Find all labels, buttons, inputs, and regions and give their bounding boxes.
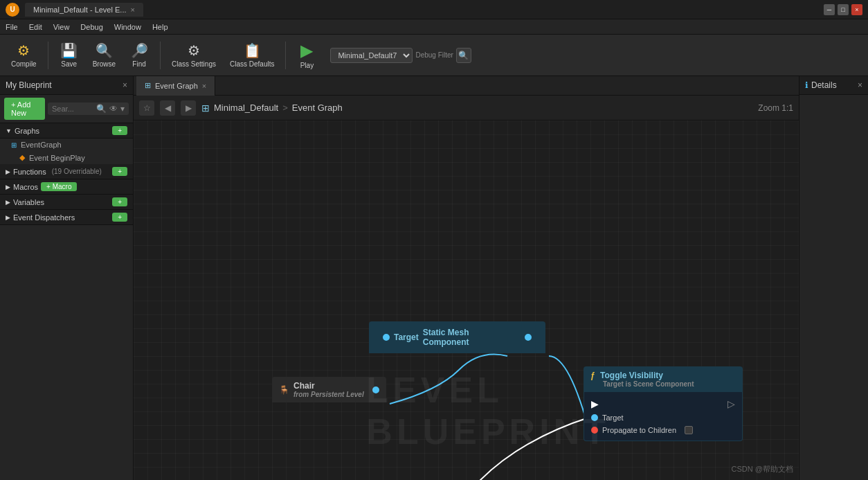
begin-play-icon: ◆ [19,153,25,162]
add-macro-button[interactable]: + Macro [41,182,77,191]
save-icon: 💾 [60,42,78,59]
variables-label: Variables [13,198,44,206]
add-new-button[interactable]: + Add New [4,98,45,120]
my-blueprint-close[interactable]: × [123,80,127,90]
minimize-button[interactable]: ─ [824,4,835,15]
graphs-label: Graphs [15,127,39,135]
tab-close[interactable]: × [131,6,135,14]
maximize-button[interactable]: □ [838,4,849,15]
app-logo: U [6,3,19,17]
propagate-checkbox[interactable] [685,426,693,434]
play-icon: ▶ [300,41,313,60]
exec-out-pin[interactable]: ▷ [727,398,735,409]
graphs-add-button[interactable]: + [112,126,127,135]
target-pin[interactable] [383,334,390,341]
details-header: ℹ Details × [799,76,868,95]
output-label: Static Mesh Component [423,328,516,347]
toggle-target-pin[interactable] [591,414,598,421]
search-input[interactable] [52,105,93,113]
event-begin-play-item[interactable]: ◆ Event BeginPlay [0,151,133,164]
toggle-visibility-node[interactable]: ƒ Toggle Visibility Target is Scene Comp… [584,366,743,441]
breadcrumb: ⊞ Minimal_Default > Event Graph [201,103,343,114]
zoom-label: Zoom 1:1 [758,103,793,113]
tab-label: Minimal_Default - Level E... [33,6,127,14]
graphs-arrow: ▼ [6,127,12,134]
debug-filter: Minimal_Default7 Debug Filter 🔍 [330,48,471,63]
menu-window[interactable]: Window [114,23,141,31]
browse-label: Browse [93,60,116,68]
play-button[interactable]: ▶ Play [291,38,322,72]
static-mesh-node[interactable]: Target Static Mesh Component [369,321,545,353]
event-graph-icon: ⊞ [11,141,17,149]
compile-label: Compile [11,60,37,68]
bp-toolbar: + Add New 🔍 👁 ▾ [0,95,133,123]
menu-view[interactable]: View [53,23,70,31]
blueprint-canvas[interactable]: Target Static Mesh Component 🪑 Chair fro… [134,121,799,480]
class-settings-button[interactable]: ⚙ Class Settings [166,39,221,71]
toolbar-divider-1 [48,42,48,69]
chair-sublabel: from Persistent Level [293,391,364,398]
menu-help[interactable]: Help [152,23,168,31]
favorite-button[interactable]: ☆ [139,100,154,116]
close-button[interactable]: × [851,4,862,15]
target-pin-row: Target [584,411,742,424]
functions-add-button[interactable]: + [112,167,127,176]
menu-file[interactable]: File [6,23,18,31]
macros-section-header[interactable]: ▶ Macros + Macro [0,179,133,195]
functions-section-header[interactable]: ▶ Functions (19 Overridable) + [0,164,133,179]
event-graph-item[interactable]: ⊞ EventGraph [0,139,133,151]
event-graph-tab[interactable]: ⊞ Event Graph × [136,76,215,96]
exec-pin-row: ▶ ▷ [584,396,742,411]
dispatchers-arrow: ▶ [6,214,10,221]
back-button[interactable]: ◀ [160,100,175,116]
search-bar[interactable]: 🔍 👁 ▾ [48,103,129,115]
variables-section-header[interactable]: ▶ Variables + [0,195,133,210]
save-button[interactable]: 💾 Save [54,39,84,71]
main-tab[interactable]: Minimal_Default - Level E... × [25,3,143,17]
browse-icon: 🔍 [96,42,113,59]
class-defaults-button[interactable]: 📋 Class Defaults [224,39,280,71]
breadcrumb-project[interactable]: Minimal_Default [214,103,278,113]
exec-in-pin[interactable]: ▶ [591,398,599,409]
search-icon: 🔍 [96,104,107,114]
find-icon: 🔎 [131,42,148,59]
graphs-section-header[interactable]: ▼ Graphs + [0,123,133,139]
breadcrumb-graph[interactable]: Event Graph [292,103,343,113]
debug-filter-label: Debug Filter [415,51,453,59]
breadcrumb-icon: ⊞ [201,103,210,114]
graph-nav: ☆ ◀ ▶ ⊞ Minimal_Default > Event Graph Zo… [134,96,799,121]
window-controls: ─ □ × [824,4,862,15]
play-label: Play [300,62,314,69]
variables-add-button[interactable]: + [112,197,127,206]
toolbar-divider-3 [285,42,286,69]
debug-search-button[interactable]: 🔍 [456,48,471,63]
title-bar: U Minimal_Default - Level E... × ─ □ × [0,0,868,19]
details-close[interactable]: × [858,80,862,90]
toggle-body: ▶ ▷ Target Propagate to Children [584,392,743,441]
toggle-header: ƒ Toggle Visibility Target is Scene Comp… [584,366,743,392]
graph-tab-label: Event Graph [155,82,198,90]
forward-button[interactable]: ▶ [181,100,196,116]
graph-tab-close[interactable]: × [202,82,206,90]
dispatchers-add-button[interactable]: + [112,213,127,222]
chair-name: Chair [293,381,364,391]
graph-area: ⊞ Event Graph × ☆ ◀ ▶ ⊞ Minimal_Default … [134,76,799,480]
find-button[interactable]: 🔎 Find [124,39,154,71]
macros-arrow: ▶ [6,184,10,190]
chair-output-pin[interactable] [372,386,379,393]
eye-icon[interactable]: 👁 [109,104,118,114]
event-dispatchers-section-header[interactable]: ▶ Event Dispatchers + [0,210,133,225]
menu-debug[interactable]: Debug [80,23,102,31]
propagate-pin[interactable] [591,427,598,434]
target-pin-label: Target [394,332,419,342]
propagate-pin-row: Propagate to Children [584,424,742,436]
macros-label: Macros [13,183,38,191]
compile-button[interactable]: ⚙ Compile [6,39,42,71]
chevron-down-icon[interactable]: ▾ [120,104,125,114]
menu-edit[interactable]: Edit [29,23,42,31]
output-pin[interactable] [525,334,532,341]
watermark: CSDN @帮助文档 [732,464,793,474]
chair-node[interactable]: 🪑 Chair from Persistent Level [272,377,386,402]
debug-filter-select[interactable]: Minimal_Default7 [330,48,413,63]
browse-button[interactable]: 🔍 Browse [87,39,121,71]
